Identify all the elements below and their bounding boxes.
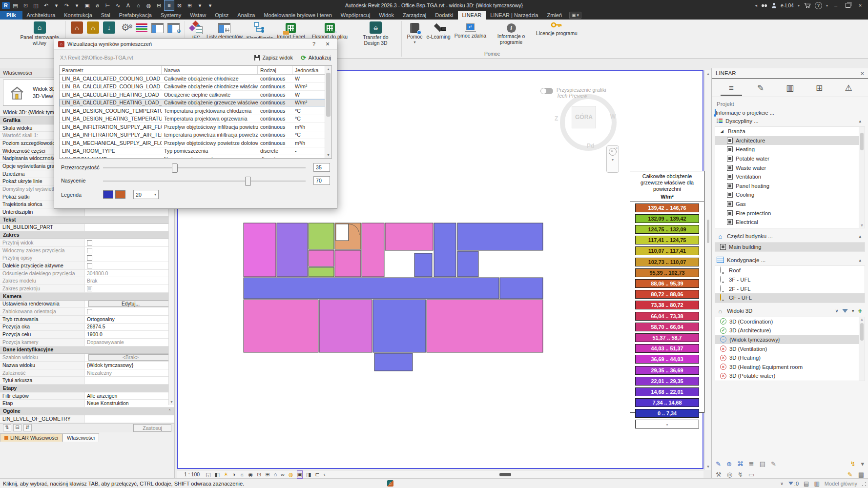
redo-menu-icon[interactable]: ▾ [72, 0, 82, 10]
room[interactable] [374, 353, 413, 371]
section-zakres[interactable]: Zakres⌃ [0, 231, 174, 239]
cad-browser-button[interactable]: ⌂ [71, 21, 83, 34]
viewport-vscrollbar[interactable]: ▴ ▾ [704, 70, 711, 470]
discipline-panel-heating[interactable]: Panel heating [715, 182, 865, 191]
property-row[interactable]: Filtr etapówAlle anzeigen [0, 392, 174, 400]
tab-wsp-pracuj[interactable]: Współpracuj [336, 11, 375, 20]
property-value[interactable]: 304800.0 [85, 270, 174, 277]
user-menu-icon[interactable]: ▾ [798, 3, 800, 8]
property-value[interactable] [85, 285, 174, 292]
visual-style-icon[interactable]: ◧ [215, 471, 220, 478]
linear-tab-edit[interactable]: ✎ [750, 80, 771, 96]
home-icon[interactable]: ⌂ [274, 471, 277, 478]
checkbox-icon[interactable] [727, 192, 733, 198]
room[interactable] [244, 300, 318, 352]
property-value[interactable]: Niezależny [85, 369, 174, 377]
checkbox-icon[interactable] [727, 219, 733, 225]
viewcube-south[interactable]: Pd [587, 142, 594, 149]
help-menu-icon[interactable]: ▾ [826, 3, 828, 8]
column-header[interactable]: Rodzaj [258, 66, 292, 74]
tab-opisz[interactable]: Opisz [210, 11, 233, 20]
saturation-value[interactable]: 70 [313, 176, 330, 185]
property-value[interactable] [85, 415, 174, 423]
e-learning-button[interactable]: e-Learning [427, 21, 451, 40]
pomoc-zdalna-button[interactable]: ⇄Pomoc zdalna [455, 21, 486, 39]
table-scroll-down-icon[interactable]: ▾ [325, 153, 331, 157]
table-scroll-up-icon[interactable]: ▴ [325, 67, 331, 71]
checkbox-icon[interactable] [727, 210, 733, 216]
edit-icon[interactable]: ✎ [771, 460, 776, 468]
table-row[interactable]: LIN_BA_CALCULATED_HEATING_LOADObciążenie… [60, 91, 331, 99]
views-scrollbar[interactable]: ∧ [859, 317, 865, 381]
linear-tab-catalogs[interactable]: ▥ [779, 80, 801, 96]
room[interactable] [244, 278, 499, 299]
linear-tab-calculation[interactable]: ⊞ [808, 80, 830, 96]
table-row[interactable]: LIN_BA_DESIGN_COOLING_TEMPERATURETempera… [60, 107, 331, 115]
vscroll-down-icon[interactable]: ▾ [705, 464, 711, 469]
section-etapy[interactable]: Etapy⌃ [0, 385, 174, 392]
view-item[interactable]: ×3D (Ventilation) [715, 344, 865, 353]
property-value[interactable] [85, 247, 174, 254]
modify-state-chip[interactable]: ▣▾ [569, 12, 581, 19]
property-row[interactable]: Widoczny zakres przycięcia [0, 247, 174, 255]
save-view-button[interactable]: Zapisz widok [254, 55, 292, 61]
room[interactable] [336, 224, 349, 241]
download-content-button[interactable]: ↓ [103, 21, 115, 34]
link-icon[interactable]: ⌘ [737, 460, 744, 468]
property-row[interactable]: Nazwa widoku{Widok tymczasowy} [0, 362, 174, 369]
table-scroll-thumb[interactable] [326, 73, 331, 117]
undo-icon[interactable]: ↶ [41, 0, 51, 10]
viewcube[interactable]: GÓRA Z W Pd [557, 91, 613, 147]
render-dialog-icon[interactable]: ◉ [248, 471, 253, 478]
navbar-menu-icon[interactable]: ▾ [612, 158, 614, 162]
linear-tab-menu[interactable]: ≡ [721, 80, 742, 96]
tab-systemy[interactable]: Systemy [156, 11, 186, 20]
room[interactable] [373, 300, 426, 352]
discipline-fire-protection[interactable]: Fire protection [715, 208, 865, 218]
layers-icon[interactable]: ≣ [749, 460, 754, 468]
room-results-dialog[interactable]: ⌂ Wizualizacja wyników pomieszczeń ? × X… [54, 38, 337, 209]
property-value[interactable]: Ortogonalny [85, 316, 174, 323]
username[interactable]: e-L04 [781, 2, 794, 8]
show-crop-icon[interactable]: ⊞ [265, 471, 269, 478]
redo-icon[interactable]: ↷ [62, 0, 71, 10]
property-value[interactable] [85, 254, 174, 262]
tab-linear-w-a-ciwo-ci[interactable]: LINEAR Właściwości [0, 433, 62, 442]
property-value[interactable]: {Widok tymczasowy} [85, 362, 174, 369]
property-row[interactable]: ZależnośćNiezależny [0, 369, 174, 377]
licencje-programu-button[interactable]: Licencje programu [536, 21, 578, 36]
sun-icon[interactable]: ☀ [224, 471, 228, 478]
table-row[interactable]: LIN_BA_INFILTRATION_SUPPLY_AIR_FLOWRATEP… [60, 123, 331, 131]
default-3d-view-icon[interactable]: ⌂ [134, 0, 143, 10]
switch-windows-icon[interactable]: ⊞ [185, 0, 194, 10]
discipline-potable-water[interactable]: Potable water [715, 154, 865, 163]
room[interactable] [319, 300, 372, 352]
views-3d-header[interactable]: ⌂Widoki 3D∨▾+ [715, 306, 865, 316]
discipline-heating[interactable]: Heating [715, 145, 865, 154]
discipline-cooling[interactable]: Cooling [715, 190, 865, 200]
room[interactable] [309, 267, 334, 277]
tab-linear[interactable]: LINEAR [458, 11, 486, 20]
property-value[interactable]: Edytuj... [85, 301, 174, 308]
linear-tab-warnings[interactable]: ⚠ [838, 80, 859, 96]
inspect-icon[interactable]: ◎ [727, 471, 732, 478]
property-row[interactable]: Zakres modeluBrak [0, 277, 174, 285]
selection-filter[interactable]: :0 [788, 481, 799, 487]
storeys-header[interactable]: Kondygnacje ...▴ [715, 255, 865, 265]
tab-prefabrykacja[interactable]: Prefabrykacja [115, 11, 156, 20]
view-item[interactable]: ×3D (Potable water) [715, 371, 865, 381]
properties-window-icon[interactable]: ▤ [11, 0, 20, 10]
legend-color-high-swatch[interactable] [115, 190, 125, 199]
room[interactable] [277, 223, 308, 277]
legend-steps-dropdown[interactable]: 20▾ [133, 190, 159, 199]
list-icon[interactable]: ▤ [858, 471, 864, 478]
crop-region-icon[interactable]: ◱ [206, 471, 210, 478]
informacje-o-programie-button[interactable]: iInformacje o programie [490, 21, 532, 45]
views-filter-icon[interactable] [842, 309, 848, 313]
aligned-dimension-icon[interactable]: ⊢ [103, 0, 112, 10]
group-icon[interactable]: ⊟ [13, 424, 21, 431]
room[interactable] [457, 251, 478, 277]
room[interactable] [335, 250, 361, 277]
checkbox-icon[interactable] [727, 146, 733, 152]
stereo-glasses-icon[interactable]: ∞ [281, 471, 285, 478]
